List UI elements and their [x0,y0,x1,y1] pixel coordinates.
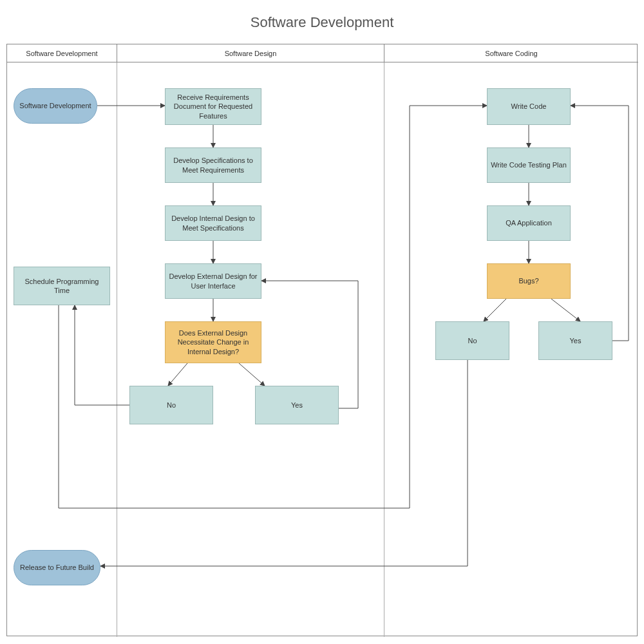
swimlane-container: Software Development Software Design Sof… [6,44,638,636]
process-schedule-time: Schedule Programming Time [14,267,110,305]
process-test-plan: Write Code Testing Plan [487,147,571,183]
process-develop-specs: Develop Specifications to Meet Requireme… [165,147,261,183]
terminator-release: Release to Future Build [14,550,100,585]
branch-bugs-no: No [435,321,509,360]
process-qa: QA Application [487,205,571,241]
lane-divider [384,62,384,637]
lane-header-design: Software Design [117,44,384,62]
branch-design-yes: Yes [255,386,339,424]
process-receive-requirements: Receive Requirements Document for Reques… [165,88,261,125]
lane-header-coding: Software Coding [384,44,638,62]
decision-design-change: Does External Design Necessitate Change … [165,321,261,363]
process-internal-design: Develop Internal Design to Meet Specific… [165,205,261,241]
branch-design-no: No [129,386,213,424]
terminator-start: Software Development [14,88,97,124]
branch-bugs-yes: Yes [538,321,612,360]
decision-bugs: Bugs? [487,263,571,299]
diagram-title: Software Development [0,14,644,31]
lane-header-development: Software Development [7,44,117,62]
process-external-design: Develop External Design for User Interfa… [165,263,261,299]
lane-divider [117,62,117,637]
process-write-code: Write Code [487,88,571,125]
